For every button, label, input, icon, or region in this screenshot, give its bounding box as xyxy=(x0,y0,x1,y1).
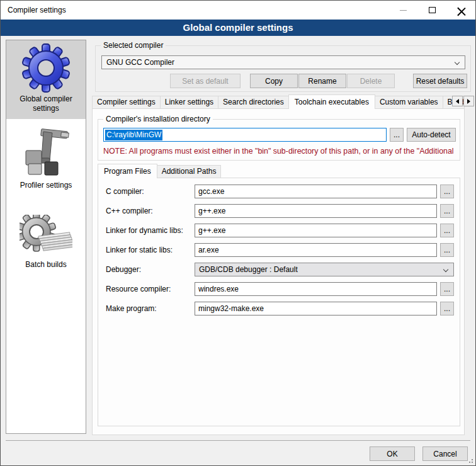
resource-compiler-browse-button[interactable]: ... xyxy=(440,282,454,296)
maximize-button[interactable] xyxy=(417,1,446,20)
auto-detect-button[interactable]: Auto-detect xyxy=(407,128,456,142)
window-controls xyxy=(388,1,475,20)
installation-directory-group-label: Compiler's installation directory xyxy=(103,115,213,123)
settings-category-list: Global compiler settings Profiler settin… xyxy=(6,40,86,434)
c-compiler-input[interactable] xyxy=(195,185,437,198)
sidebar-item-profiler-settings[interactable]: Profiler settings xyxy=(6,123,86,196)
tab-linker-settings[interactable]: Linker settings xyxy=(160,96,218,109)
compiler-select[interactable]: GNU GCC Compiler xyxy=(101,55,465,69)
installation-directory-note: NOTE: All programs must exist either in … xyxy=(103,147,459,156)
close-icon xyxy=(457,6,465,14)
cpp-compiler-label: C++ compiler: xyxy=(106,207,195,215)
sidebar-item-label: Global compiler settings xyxy=(20,94,72,113)
tab-program-files[interactable]: Program Files xyxy=(98,164,157,178)
dynamic-linker-input[interactable] xyxy=(195,224,437,237)
compiler-select-value: GNU GCC Compiler xyxy=(106,58,174,67)
static-linker-input[interactable] xyxy=(195,243,437,257)
cpp-compiler-input[interactable] xyxy=(195,204,437,218)
c-compiler-browse-button[interactable]: ... xyxy=(440,185,454,198)
make-program-row: Make program: ... xyxy=(106,302,454,315)
titlebar: Compiler settings xyxy=(1,1,475,20)
toolchain-executables-page: Compiler's installation directory C:\ray… xyxy=(92,108,465,435)
resource-compiler-input[interactable] xyxy=(195,282,437,296)
make-program-browse-button[interactable]: ... xyxy=(440,302,454,315)
settings-tabstrip: Compiler settings Linker settings Search… xyxy=(92,94,465,109)
minimize-button[interactable] xyxy=(388,1,417,20)
compiler-settings-dialog: Compiler settings Global compiler settin… xyxy=(0,0,476,466)
set-as-default-button: Set as default xyxy=(170,74,241,88)
footer-separator xyxy=(6,440,470,441)
cpp-compiler-row: C++ compiler: ... xyxy=(106,204,454,218)
static-linker-browse-button[interactable]: ... xyxy=(440,243,454,257)
resize-grip[interactable] xyxy=(467,457,473,463)
static-linker-row: Linker for static libs: ... xyxy=(106,243,454,257)
installation-directory-group: Compiler's installation directory C:\ray… xyxy=(98,119,460,161)
page-title: Global compiler settings xyxy=(1,20,475,36)
program-files-page: C compiler: ... C++ compiler: ... Linker… xyxy=(98,178,460,426)
minimize-icon xyxy=(400,10,407,11)
cancel-button[interactable]: Cancel xyxy=(422,446,468,461)
blue-gear-icon xyxy=(21,43,71,93)
sidebar-item-label: Batch builds xyxy=(25,260,66,269)
debugger-label: Debugger: xyxy=(106,265,195,274)
ok-button[interactable]: OK xyxy=(370,446,415,461)
dynamic-linker-browse-button[interactable]: ... xyxy=(440,224,454,237)
selected-compiler-group: Selected compiler GNU GCC Compiler Set a… xyxy=(95,45,471,92)
tab-search-directories[interactable]: Search directories xyxy=(218,96,289,109)
chevron-down-icon xyxy=(443,267,448,272)
batch-builds-gear-stack-icon xyxy=(20,215,72,259)
installation-directory-selected-text: C:\raylib\MinGW xyxy=(105,130,162,140)
make-program-label: Make program: xyxy=(106,304,195,313)
close-button[interactable] xyxy=(446,1,475,20)
static-linker-label: Linker for static libs: xyxy=(106,246,195,254)
debugger-select-value: GDB/CDB debugger : Default xyxy=(199,265,298,274)
maximize-icon xyxy=(429,7,436,13)
window-title: Compiler settings xyxy=(1,6,66,14)
selected-compiler-group-label: Selected compiler xyxy=(101,41,166,50)
profiler-caliper-icon xyxy=(21,125,71,179)
installation-directory-input[interactable]: C:\raylib\MinGW xyxy=(103,128,387,142)
paths-tabstrip: Program Files Additional Paths xyxy=(98,164,221,178)
c-compiler-row: C compiler: ... xyxy=(106,185,454,198)
resource-compiler-row: Resource compiler: ... xyxy=(106,282,454,296)
tab-compiler-settings[interactable]: Compiler settings xyxy=(92,96,161,109)
rename-button[interactable]: Rename xyxy=(298,74,346,88)
chevron-down-icon xyxy=(455,60,460,65)
debugger-select[interactable]: GDB/CDB debugger : Default xyxy=(195,263,454,276)
resource-compiler-label: Resource compiler: xyxy=(106,285,195,293)
cpp-compiler-browse-button[interactable]: ... xyxy=(440,204,454,218)
tab-scroll-right-button[interactable] xyxy=(463,96,474,106)
make-program-input[interactable] xyxy=(195,302,437,315)
tab-custom-variables[interactable]: Custom variables xyxy=(375,96,443,109)
debugger-row: Debugger: GDB/CDB debugger : Default xyxy=(106,263,454,276)
tab-toolchain-executables[interactable]: Toolchain executables xyxy=(288,94,375,109)
delete-button: Delete xyxy=(347,74,395,88)
sidebar-item-batch-builds[interactable]: Batch builds xyxy=(6,212,86,275)
c-compiler-label: C compiler: xyxy=(106,187,195,196)
copy-button[interactable]: Copy xyxy=(250,74,298,88)
arrow-left-icon xyxy=(456,99,459,104)
arrow-right-icon xyxy=(467,99,470,104)
sidebar-item-global-compiler-settings[interactable]: Global compiler settings xyxy=(6,40,86,119)
tab-scroll-left-button[interactable] xyxy=(452,96,463,106)
dynamic-linker-row: Linker for dynamic libs: ... xyxy=(106,224,454,237)
reset-defaults-button[interactable]: Reset defaults xyxy=(413,74,467,88)
tab-additional-paths[interactable]: Additional Paths xyxy=(157,165,222,178)
dynamic-linker-label: Linker for dynamic libs: xyxy=(106,226,195,235)
installation-directory-browse-button[interactable]: ... xyxy=(390,128,404,142)
sidebar-item-label: Profiler settings xyxy=(20,181,72,190)
